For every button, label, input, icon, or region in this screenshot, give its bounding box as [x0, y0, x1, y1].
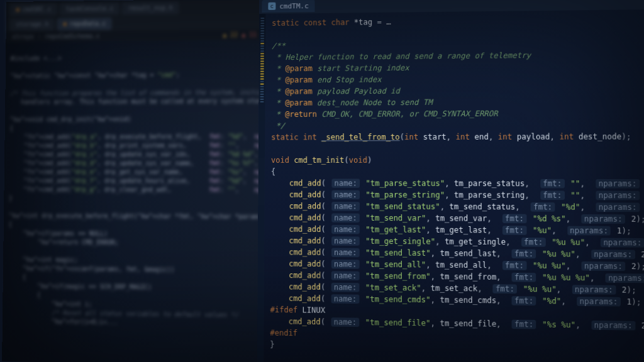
error-badge[interactable]: ▲ 11 [242, 31, 257, 38]
warning-badge[interactable]: ▲ 22 [223, 31, 238, 38]
code-line[interactable]: * @return CMD_OK, CMD_ERROR, or CMD_SYNT… [271, 107, 644, 120]
tab-label: cmdTM.c [279, 2, 308, 11]
editor: static const char *tag = … /** * Helper … [257, 9, 644, 362]
left-code-area[interactable]: #include <...> "kw">static "kw">const "k… [3, 40, 270, 332]
right-editor-pane: cmdTM.c static const char *tag = … /** *… [257, 0, 644, 362]
code-line[interactable]: { [271, 166, 644, 178]
tab-storage[interactable]: storage.h [9, 18, 55, 31]
tab-resultnsp[interactable]: result_nsp.h [122, 2, 179, 15]
tab-label: taskConsole.c [65, 3, 113, 16]
left-editor-pane: cmdSRC.c taskConsole.c result_nsp.h stor… [2, 0, 270, 362]
tab-repodata[interactable]: repoData.c [57, 18, 113, 31]
tab-label: repoData.c [69, 18, 106, 30]
crumb-file: repoCmdSchema.c [45, 33, 100, 40]
tab-label: cmdSRC.c [22, 3, 52, 16]
ide-window: cmdSRC.c taskConsole.c result_nsp.h stor… [2, 0, 644, 362]
code-line[interactable]: cmd_add( name: "tm_parse_status", tm_par… [271, 177, 644, 190]
tab-cmdsrc[interactable]: cmdSRC.c [10, 3, 57, 16]
tab-label: storage.h [16, 18, 48, 31]
code-line[interactable]: void cmd_tm_init(void) [271, 154, 644, 166]
code-line[interactable]: cmd_add( name: "tm_parse_string", tm_par… [271, 189, 644, 202]
crumb-folder: strsys [12, 33, 34, 40]
code-area[interactable]: static const char *tag = … /** * Helper … [266, 9, 644, 362]
code-line[interactable]: static int _send_tel_from_to(int start, … [271, 131, 644, 143]
code-line[interactable]: cmd_add( name: "tm_send_status", tm_send… [271, 200, 644, 214]
code-line[interactable]: */ [271, 119, 644, 131]
tab-cmdtm[interactable]: cmdTM.c [262, 0, 314, 13]
c-file-icon [268, 3, 275, 10]
tab-label: result_nsp.h [128, 2, 173, 15]
code-line[interactable]: * @param dest_node Node to send TM [271, 96, 644, 109]
code-line[interactable] [271, 143, 644, 155]
chevron-right-icon: › [38, 33, 42, 40]
tab-taskconsole[interactable]: taskConsole.c [60, 3, 120, 16]
